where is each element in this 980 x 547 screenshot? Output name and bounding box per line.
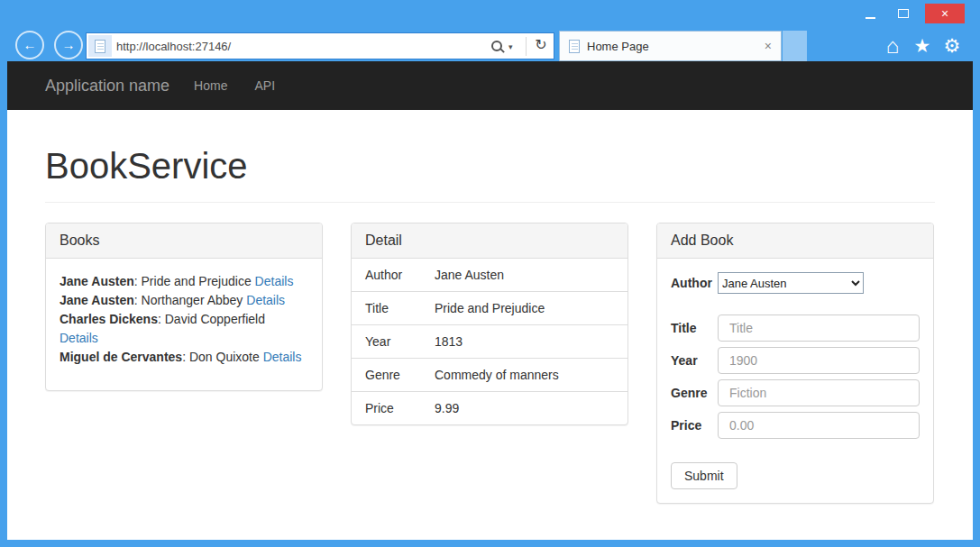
book-author: Charles Dickens xyxy=(60,312,158,326)
add-book-panel-title: Add Book xyxy=(657,223,933,259)
maximize-icon xyxy=(898,9,909,18)
page-favicon-box xyxy=(88,35,112,57)
back-button[interactable]: ← xyxy=(15,31,44,59)
forward-arrow-icon: → xyxy=(62,37,76,52)
minimize-icon xyxy=(866,17,875,19)
form-field-price: Price xyxy=(671,412,920,439)
nav-link-home[interactable]: Home xyxy=(180,61,241,110)
add-book-form: Author Jane Austen Title Year Ge xyxy=(657,259,933,503)
detail-label: Genre xyxy=(352,359,435,392)
book-item: Charles Dickens: David Copperfield Detai… xyxy=(60,310,306,348)
address-bar-divider xyxy=(526,37,527,56)
detail-row: Year 1813 xyxy=(352,325,627,359)
books-panel-title: Books xyxy=(46,223,322,259)
details-link[interactable]: Details xyxy=(263,350,302,364)
add-book-panel: Add Book Author Jane Austen Title Year xyxy=(656,223,934,504)
book-author: Jane Austen xyxy=(60,274,134,288)
detail-row: Price 9.99 xyxy=(352,392,627,425)
genre-input[interactable] xyxy=(718,379,920,406)
home-icon[interactable]: ⌂ xyxy=(879,33,906,59)
book-separator: : xyxy=(182,350,189,364)
page-icon xyxy=(95,40,105,53)
detail-table: Author Jane Austen Title Pride and Preju… xyxy=(352,259,627,424)
nav-links: Home API xyxy=(180,61,289,110)
detail-value: Jane Austen xyxy=(435,259,627,292)
author-label: Author xyxy=(671,276,718,290)
book-title: Pride and Prejudice xyxy=(142,274,252,288)
details-link[interactable]: Details xyxy=(246,293,285,307)
form-field-year: Year xyxy=(671,347,920,374)
browser-tab[interactable]: Home Page × xyxy=(559,31,782,61)
panels-row: Books Jane Austen: Pride and Prejudice D… xyxy=(45,223,935,504)
title-divider xyxy=(45,202,935,203)
form-field-title: Title xyxy=(671,315,920,342)
details-link[interactable]: Details xyxy=(255,274,294,288)
maximize-button[interactable] xyxy=(888,4,919,23)
detail-panel-title: Detail xyxy=(352,223,627,259)
new-tab-button[interactable] xyxy=(783,31,807,61)
book-title: Don Quixote xyxy=(189,350,260,364)
title-label: Title xyxy=(671,321,718,335)
year-input[interactable] xyxy=(718,347,920,374)
web-page: Application name Home API BookService Bo… xyxy=(7,61,973,540)
app-navbar: Application name Home API xyxy=(7,61,973,110)
form-field-author: Author Jane Austen xyxy=(671,272,920,294)
minimize-button[interactable] xyxy=(855,4,885,23)
author-select[interactable]: Jane Austen xyxy=(718,272,864,294)
detail-value: Pride and Prejudice xyxy=(435,292,627,325)
price-input[interactable] xyxy=(718,412,920,439)
navbar-brand[interactable]: Application name xyxy=(45,61,169,110)
book-item: Jane Austen: Pride and Prejudice Details xyxy=(60,272,306,291)
detail-row: Title Pride and Prejudice xyxy=(352,292,627,325)
form-field-genre: Genre xyxy=(671,379,920,406)
close-icon: × xyxy=(941,4,948,23)
year-label: Year xyxy=(671,353,718,368)
refresh-icon[interactable]: ↻ xyxy=(531,36,551,53)
search-icon[interactable] xyxy=(490,40,505,54)
detail-label: Title xyxy=(352,292,435,325)
book-separator: : xyxy=(134,274,142,288)
detail-row: Author Jane Austen xyxy=(352,259,627,292)
forward-button[interactable]: → xyxy=(54,31,83,59)
detail-value: Commedy of manners xyxy=(435,359,627,392)
book-author: Miguel de Cervantes xyxy=(60,350,182,364)
title-input[interactable] xyxy=(718,315,920,342)
genre-label: Genre xyxy=(671,386,718,400)
address-bar[interactable]: ▾ ↻ xyxy=(86,32,554,59)
search-dropdown-icon[interactable]: ▾ xyxy=(508,42,513,51)
book-title: Northanger Abbey xyxy=(142,293,243,307)
detail-row: Genre Commedy of manners xyxy=(352,359,627,392)
url-input[interactable] xyxy=(116,34,477,58)
detail-label: Year xyxy=(352,325,435,359)
tab-page-icon xyxy=(569,40,580,53)
close-window-button[interactable]: × xyxy=(925,4,965,23)
detail-label: Price xyxy=(352,392,435,425)
settings-gear-icon[interactable]: ⚙ xyxy=(939,33,966,59)
book-title: David Copperfield xyxy=(165,312,265,326)
page-title: BookService xyxy=(45,148,935,184)
detail-panel: Detail Author Jane Austen Title Pride an… xyxy=(351,223,628,425)
price-label: Price xyxy=(671,418,718,433)
detail-label: Author xyxy=(352,259,435,292)
book-item: Jane Austen: Northanger Abbey Details xyxy=(60,291,306,310)
detail-value: 1813 xyxy=(435,325,627,359)
favorites-star-icon[interactable]: ★ xyxy=(909,33,936,59)
books-panel: Books Jane Austen: Pride and Prejudice D… xyxy=(45,223,323,391)
book-separator: : xyxy=(134,293,142,307)
submit-button[interactable]: Submit xyxy=(671,462,737,489)
nav-link-api[interactable]: API xyxy=(241,61,289,110)
detail-value: 9.99 xyxy=(435,392,627,425)
tab-title: Home Page xyxy=(587,40,757,53)
details-link[interactable]: Details xyxy=(60,331,98,345)
books-list: Jane Austen: Pride and Prejudice Details… xyxy=(46,259,322,390)
book-item: Miguel de Cervantes: Don Quixote Details xyxy=(60,348,306,367)
tab-close-icon[interactable]: × xyxy=(765,39,772,53)
back-arrow-icon: ← xyxy=(23,37,37,52)
book-separator: : xyxy=(158,312,165,326)
book-author: Jane Austen xyxy=(60,293,134,307)
page-content: BookService Books Jane Austen: Pride and… xyxy=(45,148,935,504)
